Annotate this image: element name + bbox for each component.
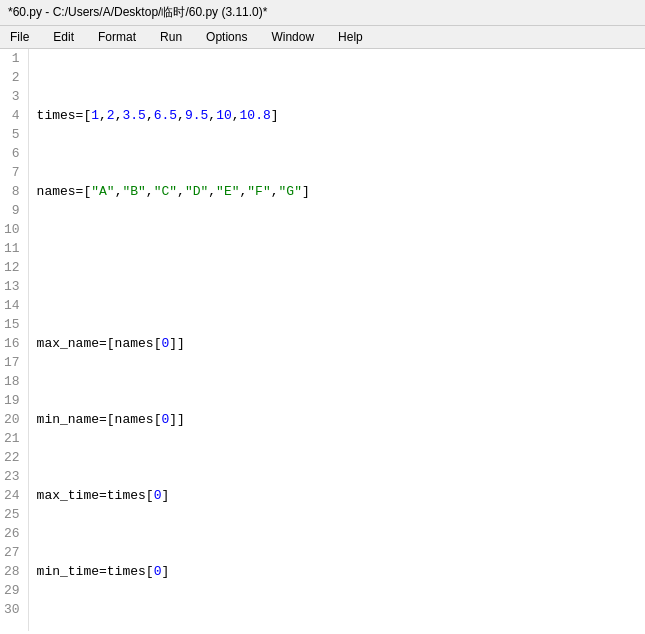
- menu-options[interactable]: Options: [200, 28, 253, 46]
- code-line-6: max_time=times[0]: [37, 486, 645, 505]
- code-line-4: max_name=[names[0]]: [37, 334, 645, 353]
- code-content[interactable]: times=[1,2,3.5,6.5,9.5,10,10.8] names=["…: [29, 49, 645, 631]
- menu-edit[interactable]: Edit: [47, 28, 80, 46]
- code-line-2: names=["A","B","C","D","E","F","G"]: [37, 182, 645, 201]
- title-bar: *60.py - C:/Users/A/Desktop/临时/60.py (3.…: [0, 0, 645, 26]
- menu-format[interactable]: Format: [92, 28, 142, 46]
- menu-help[interactable]: Help: [332, 28, 369, 46]
- title-text: *60.py - C:/Users/A/Desktop/临时/60.py (3.…: [8, 5, 267, 19]
- menu-bar: File Edit Format Run Options Window Help: [0, 26, 645, 49]
- code-line-3: [37, 258, 645, 277]
- code-line-1: times=[1,2,3.5,6.5,9.5,10,10.8]: [37, 106, 645, 125]
- menu-file[interactable]: File: [4, 28, 35, 46]
- menu-run[interactable]: Run: [154, 28, 188, 46]
- code-line-5: min_name=[names[0]]: [37, 410, 645, 429]
- line-numbers: 1 2 3 4 5 6 7 8 9 10 11 12 13 14 15 16 1…: [0, 49, 29, 631]
- code-line-7: min_time=times[0]: [37, 562, 645, 581]
- code-area[interactable]: 1 2 3 4 5 6 7 8 9 10 11 12 13 14 15 16 1…: [0, 49, 645, 631]
- menu-window[interactable]: Window: [265, 28, 320, 46]
